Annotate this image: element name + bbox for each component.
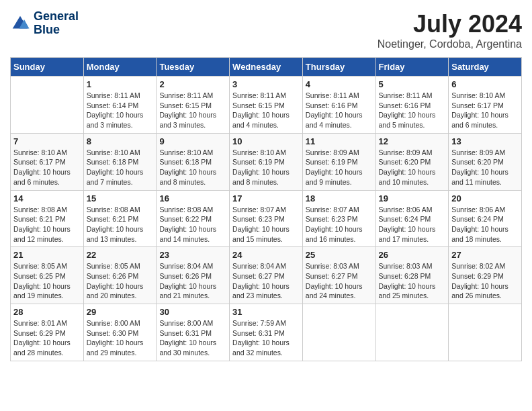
day-info: Sunrise: 8:02 AMSunset: 6:29 PMDaylight:… — [451, 261, 519, 301]
calendar-header-row: Sunday Monday Tuesday Wednesday Thursday… — [11, 58, 522, 77]
col-tuesday: Tuesday — [157, 58, 230, 77]
day-number: 5 — [379, 79, 446, 89]
table-row: 26Sunrise: 8:03 AMSunset: 6:28 PMDayligh… — [375, 247, 449, 304]
day-number: 14 — [13, 193, 81, 203]
day-info: Sunrise: 8:08 AMSunset: 6:22 PMDaylight:… — [159, 205, 226, 244]
day-number: 11 — [306, 136, 373, 146]
day-info: Sunrise: 8:09 AMSunset: 6:20 PMDaylight:… — [379, 148, 446, 187]
day-info: Sunrise: 8:11 AMSunset: 6:16 PMDaylight:… — [379, 91, 446, 130]
table-row: 17Sunrise: 8:07 AMSunset: 6:23 PMDayligh… — [230, 190, 303, 247]
day-number: 8 — [87, 136, 154, 146]
table-row: 30Sunrise: 8:00 AMSunset: 6:31 PMDayligh… — [157, 304, 230, 361]
day-info: Sunrise: 8:11 AMSunset: 6:15 PMDaylight:… — [159, 91, 226, 130]
day-info: Sunrise: 8:04 AMSunset: 6:26 PMDaylight:… — [159, 261, 226, 301]
day-number: 7 — [13, 136, 81, 146]
location: Noetinger, Cordoba, Argentina — [378, 38, 522, 50]
day-number: 22 — [87, 250, 154, 260]
table-row: 21Sunrise: 8:05 AMSunset: 6:25 PMDayligh… — [11, 247, 84, 304]
table-row: 1Sunrise: 8:11 AMSunset: 6:14 PMDaylight… — [83, 77, 157, 134]
day-number: 27 — [451, 250, 519, 260]
table-row: 6Sunrise: 8:10 AMSunset: 6:17 PMDaylight… — [449, 77, 522, 134]
col-saturday: Saturday — [449, 58, 522, 77]
logo-text: General Blue — [34, 10, 79, 37]
table-row: 11Sunrise: 8:09 AMSunset: 6:19 PMDayligh… — [302, 133, 375, 190]
day-info: Sunrise: 8:01 AMSunset: 6:29 PMDaylight:… — [13, 318, 81, 358]
day-info: Sunrise: 8:11 AMSunset: 6:16 PMDaylight:… — [306, 91, 373, 130]
month-year: July 2024 — [378, 10, 522, 38]
table-row: 31Sunrise: 7:59 AMSunset: 6:31 PMDayligh… — [230, 304, 303, 361]
day-number: 18 — [306, 193, 373, 203]
day-number: 6 — [451, 79, 519, 89]
day-info: Sunrise: 8:08 AMSunset: 6:21 PMDaylight:… — [87, 205, 154, 244]
table-row: 8Sunrise: 8:10 AMSunset: 6:18 PMDaylight… — [83, 133, 157, 190]
logo: General Blue — [10, 10, 79, 37]
table-row: 2Sunrise: 8:11 AMSunset: 6:15 PMDaylight… — [157, 77, 230, 134]
table-row: 15Sunrise: 8:08 AMSunset: 6:21 PMDayligh… — [83, 190, 157, 247]
day-info: Sunrise: 8:07 AMSunset: 6:23 PMDaylight:… — [232, 205, 300, 244]
day-info: Sunrise: 8:11 AMSunset: 6:15 PMDaylight:… — [232, 91, 300, 130]
day-number: 2 — [159, 79, 226, 89]
day-number: 21 — [13, 250, 81, 260]
day-number: 9 — [159, 136, 226, 146]
table-row — [302, 304, 375, 361]
day-number: 16 — [159, 193, 226, 203]
day-info: Sunrise: 8:00 AMSunset: 6:31 PMDaylight:… — [159, 318, 226, 358]
table-row: 22Sunrise: 8:05 AMSunset: 6:26 PMDayligh… — [83, 247, 157, 304]
table-row: 14Sunrise: 8:08 AMSunset: 6:21 PMDayligh… — [11, 190, 84, 247]
day-info: Sunrise: 8:11 AMSunset: 6:14 PMDaylight:… — [87, 91, 154, 130]
day-info: Sunrise: 8:09 AMSunset: 6:19 PMDaylight:… — [306, 148, 373, 187]
col-friday: Friday — [375, 58, 449, 77]
page-header: General Blue July 2024 Noetinger, Cordob… — [10, 10, 522, 50]
col-thursday: Thursday — [302, 58, 375, 77]
title-block: July 2024 Noetinger, Cordoba, Argentina — [378, 10, 522, 50]
day-info: Sunrise: 8:10 AMSunset: 6:18 PMDaylight:… — [87, 148, 154, 187]
day-info: Sunrise: 8:03 AMSunset: 6:27 PMDaylight:… — [306, 261, 373, 301]
day-number: 17 — [232, 193, 300, 203]
day-info: Sunrise: 8:04 AMSunset: 6:27 PMDaylight:… — [232, 261, 300, 301]
day-number: 29 — [87, 307, 154, 317]
day-info: Sunrise: 8:05 AMSunset: 6:25 PMDaylight:… — [13, 261, 81, 301]
table-row: 5Sunrise: 8:11 AMSunset: 6:16 PMDaylight… — [375, 77, 449, 134]
day-info: Sunrise: 8:09 AMSunset: 6:20 PMDaylight:… — [451, 148, 519, 187]
table-row: 27Sunrise: 8:02 AMSunset: 6:29 PMDayligh… — [449, 247, 522, 304]
day-info: Sunrise: 8:06 AMSunset: 6:24 PMDaylight:… — [379, 205, 446, 244]
table-row: 13Sunrise: 8:09 AMSunset: 6:20 PMDayligh… — [449, 133, 522, 190]
calendar-week-row: 14Sunrise: 8:08 AMSunset: 6:21 PMDayligh… — [11, 190, 522, 247]
table-row: 12Sunrise: 8:09 AMSunset: 6:20 PMDayligh… — [375, 133, 449, 190]
day-info: Sunrise: 8:10 AMSunset: 6:18 PMDaylight:… — [159, 148, 226, 187]
day-info: Sunrise: 8:00 AMSunset: 6:30 PMDaylight:… — [87, 318, 154, 358]
table-row: 4Sunrise: 8:11 AMSunset: 6:16 PMDaylight… — [302, 77, 375, 134]
table-row: 18Sunrise: 8:07 AMSunset: 6:23 PMDayligh… — [302, 190, 375, 247]
day-number: 12 — [379, 136, 446, 146]
col-sunday: Sunday — [11, 58, 84, 77]
table-row: 9Sunrise: 8:10 AMSunset: 6:18 PMDaylight… — [157, 133, 230, 190]
day-number: 23 — [159, 250, 226, 260]
day-info: Sunrise: 8:03 AMSunset: 6:28 PMDaylight:… — [379, 261, 446, 301]
table-row — [11, 77, 84, 134]
day-number: 13 — [451, 136, 519, 146]
day-number: 31 — [232, 307, 300, 317]
calendar-table: Sunday Monday Tuesday Wednesday Thursday… — [10, 57, 522, 361]
day-info: Sunrise: 8:07 AMSunset: 6:23 PMDaylight:… — [306, 205, 373, 244]
day-number: 20 — [451, 193, 519, 203]
table-row: 29Sunrise: 8:00 AMSunset: 6:30 PMDayligh… — [83, 304, 157, 361]
day-number: 15 — [87, 193, 154, 203]
table-row: 3Sunrise: 8:11 AMSunset: 6:15 PMDaylight… — [230, 77, 303, 134]
day-number: 26 — [379, 250, 446, 260]
day-info: Sunrise: 8:10 AMSunset: 6:19 PMDaylight:… — [232, 148, 300, 187]
day-number: 19 — [379, 193, 446, 203]
table-row: 23Sunrise: 8:04 AMSunset: 6:26 PMDayligh… — [157, 247, 230, 304]
table-row: 24Sunrise: 8:04 AMSunset: 6:27 PMDayligh… — [230, 247, 303, 304]
day-number: 4 — [306, 79, 373, 89]
table-row: 10Sunrise: 8:10 AMSunset: 6:19 PMDayligh… — [230, 133, 303, 190]
day-number: 25 — [306, 250, 373, 260]
table-row — [375, 304, 449, 361]
table-row: 19Sunrise: 8:06 AMSunset: 6:24 PMDayligh… — [375, 190, 449, 247]
table-row — [449, 304, 522, 361]
calendar-week-row: 21Sunrise: 8:05 AMSunset: 6:25 PMDayligh… — [11, 247, 522, 304]
day-info: Sunrise: 8:08 AMSunset: 6:21 PMDaylight:… — [13, 205, 81, 244]
day-number: 28 — [13, 307, 81, 317]
day-number: 3 — [232, 79, 300, 89]
col-monday: Monday — [83, 58, 157, 77]
day-info: Sunrise: 8:10 AMSunset: 6:17 PMDaylight:… — [451, 91, 519, 130]
